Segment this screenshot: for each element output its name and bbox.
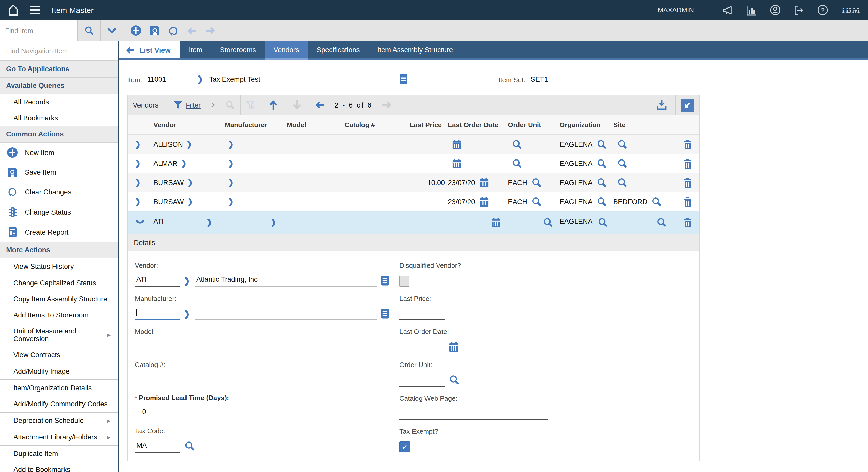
filter-button[interactable]: Filter <box>168 95 206 115</box>
vendor-long-description-icon[interactable] <box>381 275 389 286</box>
order-unit-lookup-icon[interactable] <box>531 178 542 188</box>
find-navigation-input[interactable] <box>0 41 118 61</box>
vendor-cell[interactable]: ATI <box>153 218 203 228</box>
last-price-field[interactable] <box>399 308 445 320</box>
minimize-pane-icon[interactable] <box>676 95 699 115</box>
tab-specifications[interactable]: Specifications <box>308 41 369 58</box>
sidebar-item-new-item[interactable]: New Item <box>0 143 118 162</box>
move-row-up-icon[interactable] <box>262 95 285 115</box>
vendor-detail-chevron-icon[interactable] <box>188 198 194 206</box>
item-description-field[interactable]: Tax Exempt Test <box>208 76 395 85</box>
order-unit-lookup-icon[interactable] <box>531 197 542 207</box>
site-lookup-icon[interactable] <box>657 217 667 228</box>
last-price-cell[interactable] <box>408 218 445 228</box>
tax-code-field[interactable]: MA <box>135 442 180 453</box>
menu-icon[interactable] <box>30 6 40 14</box>
sidebar-item-add-modify-commodity-codes[interactable]: Add/Modify Commodity Codes <box>0 396 118 413</box>
sidebar-header-common-actions[interactable]: Common Actions <box>0 126 118 143</box>
manufacturer-field[interactable] <box>135 308 180 320</box>
sidebar-item-change-status[interactable]: Change Status <box>0 202 118 222</box>
site-cell[interactable] <box>613 218 653 228</box>
profile-icon[interactable] <box>769 4 781 16</box>
site-lookup-icon[interactable] <box>617 178 628 188</box>
tax-code-lookup-icon[interactable] <box>184 441 195 452</box>
model-field[interactable] <box>135 342 180 353</box>
tab-item[interactable]: Item <box>180 41 211 58</box>
row-expand-icon[interactable] <box>136 179 142 187</box>
filter-link[interactable]: Filter <box>186 101 201 109</box>
reports-icon[interactable] <box>746 4 757 16</box>
column-header-vendor[interactable]: Vendor <box>153 121 225 129</box>
vendor-row-allison-0[interactable]: ALLISONEAGLENA <box>128 135 699 154</box>
sidebar-item-depreciation-schedule[interactable]: Depreciation Schedule▶ <box>0 413 118 429</box>
clear-changes-icon[interactable] <box>164 25 182 36</box>
column-header-last-order-date[interactable]: Last Order Date <box>448 121 508 129</box>
order-unit-cell[interactable] <box>508 218 539 228</box>
sidebar-item-view-contracts[interactable]: View Contracts <box>0 347 118 363</box>
disqualified-vendor-checkbox[interactable] <box>399 275 409 287</box>
search-icon[interactable] <box>78 20 100 41</box>
item-set-field[interactable]: SET1 <box>530 76 566 85</box>
delete-row-icon[interactable] <box>684 218 692 228</box>
order-unit-field[interactable] <box>399 375 445 387</box>
sidebar-item-create-report[interactable]: Create Report <box>0 222 118 242</box>
catalog-web-page-field[interactable] <box>399 408 548 420</box>
site-lookup-icon[interactable] <box>652 197 662 207</box>
row-expand-icon[interactable] <box>136 198 142 206</box>
manufacturer-name-field[interactable] <box>195 308 377 320</box>
calendar-icon[interactable] <box>452 140 461 149</box>
item-long-description-icon[interactable] <box>399 74 408 84</box>
manufacturer-detail-chevron-icon[interactable] <box>229 198 235 206</box>
delete-row-icon[interactable] <box>684 159 692 169</box>
vendor-detail-chevron-icon[interactable] <box>182 159 187 168</box>
sidebar-header-more-actions[interactable]: More Actions <box>0 242 118 259</box>
vendor-detail-chevron-icon[interactable] <box>188 179 194 187</box>
sidebar-item-duplicate-item[interactable]: Duplicate Item <box>0 446 118 462</box>
site-lookup-icon[interactable] <box>617 139 628 150</box>
last-order-date-field[interactable] <box>399 342 445 353</box>
delete-row-icon[interactable] <box>684 178 692 188</box>
item-detail-chevron-icon[interactable] <box>198 76 204 84</box>
column-header-order-unit[interactable]: Order Unit <box>508 121 560 129</box>
sidebar-item-copy-item-assembly-structure[interactable]: Copy Item Assembly Structure <box>0 291 118 307</box>
column-header-organization[interactable]: Organization <box>560 121 613 129</box>
sidebar-item-all-bookmarks[interactable]: All Bookmarks <box>0 110 118 126</box>
filter-expand-chevron-icon[interactable] <box>206 95 220 115</box>
sidebar-item-attachment-library-folders[interactable]: Attachment Library/Folders▶ <box>0 429 118 446</box>
manufacturer-detail-chevron-icon[interactable] <box>229 179 235 187</box>
last-order-date-cell[interactable] <box>448 218 487 228</box>
vendor-row-almar-1[interactable]: ALMAREAGLENA <box>128 154 699 173</box>
order-unit-lookup-icon[interactable] <box>449 375 460 386</box>
sidebar-item-add-items-to-storeroom[interactable]: Add Items To Storeroom <box>0 307 118 323</box>
sidebar-item-item-organization-details[interactable]: Item/Organization Details <box>0 380 118 396</box>
organization-cell[interactable]: EAGLENA <box>560 218 594 228</box>
manufacturer-detail-chevron-icon[interactable] <box>184 310 191 319</box>
calendar-icon[interactable] <box>491 218 501 228</box>
home-icon[interactable] <box>5 4 21 16</box>
download-table-icon[interactable] <box>648 95 675 115</box>
manufacturer-long-description-icon[interactable] <box>381 308 389 319</box>
delete-row-icon[interactable] <box>684 140 692 149</box>
model-cell[interactable] <box>287 218 334 228</box>
tab-item-assembly-structure[interactable]: Item Assembly Structure <box>369 41 462 58</box>
organization-lookup-icon[interactable] <box>597 139 607 150</box>
delete-row-icon[interactable] <box>684 197 692 207</box>
promised-lead-time-field[interactable]: 0 <box>135 408 153 419</box>
column-header-last-price[interactable]: Last Price <box>406 121 448 129</box>
tab-storerooms[interactable]: Storerooms <box>211 41 265 58</box>
vendor-row-bursaw-2[interactable]: BURSAW10.0023/07/20EACHEAGLENA <box>128 173 699 192</box>
manufacturer-detail-chevron-icon[interactable] <box>229 140 235 149</box>
calendar-icon[interactable] <box>452 159 461 169</box>
sidebar-item-save-item[interactable]: Save Item <box>0 162 118 182</box>
organization-lookup-icon[interactable] <box>597 158 607 169</box>
details-section-header[interactable]: Details <box>128 234 699 251</box>
vendor-detail-chevron-icon[interactable] <box>207 218 213 227</box>
column-header-catalog-[interactable]: Catalog # <box>345 121 406 129</box>
catalog-number-cell[interactable] <box>345 218 394 228</box>
next-record-icon[interactable] <box>201 26 220 35</box>
organization-lookup-icon[interactable] <box>597 197 607 207</box>
vendor-detail-chevron-icon[interactable] <box>184 277 191 286</box>
calendar-icon[interactable] <box>479 178 489 188</box>
new-record-icon[interactable] <box>127 25 145 36</box>
sidebar-item-all-records[interactable]: All Records <box>0 94 118 110</box>
